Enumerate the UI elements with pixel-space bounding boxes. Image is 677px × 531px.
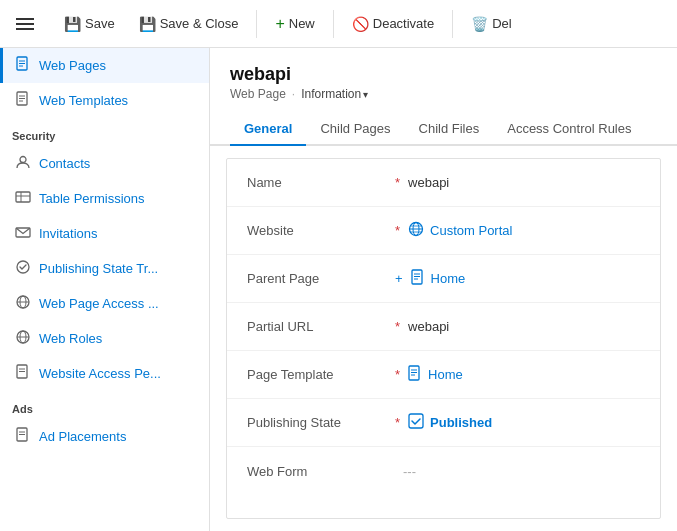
new-label: New [289,16,315,31]
breadcrumb-chevron-icon: ▾ [363,89,368,100]
sidebar-label-ad-placements: Ad Placements [39,429,126,444]
field-optional-parent-page: + [395,271,403,286]
published-icon [408,413,424,432]
sidebar-label-contacts: Contacts [39,156,90,171]
page-icon-parent [411,269,425,288]
sidebar-label-table-permissions: Table Permissions [39,191,145,206]
svg-point-13 [17,261,29,273]
web-pages-icon [15,56,31,75]
page-title: webapi [230,64,657,85]
sidebar-item-web-templates[interactable]: Web Templates [0,83,209,118]
website-access-icon [15,364,31,383]
tab-child-files[interactable]: Child Files [405,113,494,146]
deactivate-button[interactable]: 🚫 Deactivate [342,10,444,38]
field-value-website-text: Custom Portal [430,223,512,238]
sidebar-label-web-templates: Web Templates [39,93,128,108]
save-close-button[interactable]: 💾 Save & Close [129,10,249,38]
breadcrumb-section[interactable]: Information ▾ [301,87,368,101]
form-row-web-form: Web Form --- [227,447,660,495]
sidebar-label-publishing-state: Publishing State Tr... [39,261,158,276]
tab-general-label: General [244,121,292,136]
deactivate-icon: 🚫 [352,16,369,32]
toolbar-divider-2 [333,10,334,38]
web-roles-icon [15,329,31,348]
content-area: webapi Web Page · Information ▾ General … [210,48,677,531]
tab-general[interactable]: General [230,113,306,146]
page-header: webapi Web Page · Information ▾ [210,48,677,113]
tab-child-pages[interactable]: Child Pages [306,113,404,146]
form-row-page-template: Page Template * Home [227,351,660,399]
ad-placements-icon [15,427,31,446]
field-value-parent-page-text: Home [431,271,466,286]
field-label-parent-page: Parent Page [247,271,387,286]
new-icon: + [275,15,284,33]
field-value-name: webapi [408,175,640,190]
toolbar-divider-1 [256,10,257,38]
field-value-page-template-text: Home [428,367,463,382]
delete-icon: 🗑️ [471,16,488,32]
field-required-website: * [395,223,400,238]
invitations-icon [15,224,31,243]
sidebar-section-security: Security [0,118,209,146]
form-row-name: Name * webapi [227,159,660,207]
field-value-website[interactable]: Custom Portal [408,221,640,240]
sidebar-label-invitations: Invitations [39,226,98,241]
save-close-label: Save & Close [160,16,239,31]
field-value-publishing-state-text: Published [430,415,492,430]
field-label-website: Website [247,223,387,238]
web-page-access-icon [15,294,31,313]
svg-rect-9 [16,192,30,202]
tab-child-pages-label: Child Pages [320,121,390,136]
field-required-partial-url: * [395,319,400,334]
form-row-parent-page: Parent Page + Home [227,255,660,303]
field-value-publishing-state[interactable]: Published [408,413,640,432]
save-close-icon: 💾 [139,16,156,32]
form-row-partial-url: Partial URL * webapi [227,303,660,351]
hamburger-button[interactable] [8,10,42,38]
field-value-page-template[interactable]: Home [408,365,640,384]
field-label-page-template: Page Template [247,367,387,382]
delete-label: Del [492,16,512,31]
sidebar-item-website-access[interactable]: Website Access Pe... [0,356,209,391]
sidebar-item-table-permissions[interactable]: Table Permissions [0,181,209,216]
deactivate-label: Deactivate [373,16,434,31]
field-required-publishing-state: * [395,415,400,430]
sidebar-item-contacts[interactable]: Contacts [0,146,209,181]
field-label-partial-url: Partial URL [247,319,387,334]
save-icon: 💾 [64,16,81,32]
field-label-web-form: Web Form [247,464,387,479]
sidebar-item-web-page-access[interactable]: Web Page Access ... [0,286,209,321]
sidebar: Web Pages Web Templates Security [0,48,210,531]
tab-child-files-label: Child Files [419,121,480,136]
field-required-name: * [395,175,400,190]
breadcrumb-section-label: Information [301,87,361,101]
field-label-publishing-state: Publishing State [247,415,387,430]
sidebar-item-web-pages[interactable]: Web Pages [0,48,209,83]
sidebar-item-invitations[interactable]: Invitations [0,216,209,251]
field-required-page-template: * [395,367,400,382]
form-row-website: Website * Custom Portal [227,207,660,255]
toolbar-divider-3 [452,10,453,38]
field-value-web-form: --- [403,464,640,479]
delete-button[interactable]: 🗑️ Del [461,10,522,38]
breadcrumb: Web Page · Information ▾ [230,87,657,101]
breadcrumb-type: Web Page [230,87,286,101]
new-button[interactable]: + New [265,9,324,39]
save-button[interactable]: 💾 Save [54,10,125,38]
field-value-parent-page[interactable]: Home [411,269,640,288]
form-area: Name * webapi Website * [226,158,661,519]
tab-access-control-rules-label: Access Control Rules [507,121,631,136]
sidebar-item-web-roles[interactable]: Web Roles [0,321,209,356]
tab-access-control-rules[interactable]: Access Control Rules [493,113,645,146]
save-label: Save [85,16,115,31]
sidebar-label-web-pages: Web Pages [39,58,106,73]
svg-point-8 [20,157,26,163]
main-layout: Web Pages Web Templates Security [0,48,677,531]
sidebar-item-ad-placements[interactable]: Ad Placements [0,419,209,454]
table-permissions-icon [15,189,31,208]
form-row-publishing-state: Publishing State * Published [227,399,660,447]
sidebar-section-ads: Ads [0,391,209,419]
globe-icon [408,221,424,240]
sidebar-item-publishing-state[interactable]: Publishing State Tr... [0,251,209,286]
breadcrumb-separator: · [292,87,295,101]
